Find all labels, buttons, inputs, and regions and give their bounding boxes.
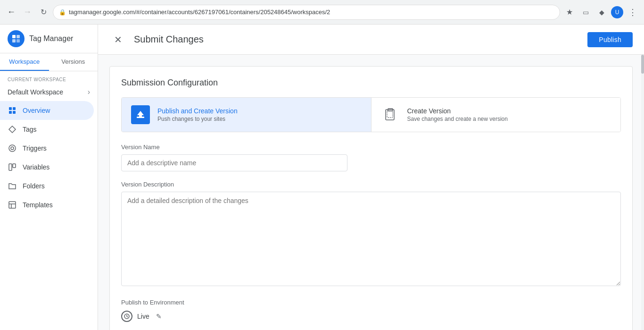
version-name-input[interactable] [121, 154, 347, 171]
browser-chrome: ← → ↻ 🔒 tagmanager.google.com/#/containe… [0, 0, 644, 25]
workspace-name: Default Workspace [8, 88, 63, 96]
modal-body: Submission Configuration [98, 55, 644, 330]
svg-point-9 [9, 145, 16, 152]
svg-point-10 [11, 147, 14, 150]
sidebar-item-tags[interactable]: Tags [0, 120, 94, 139]
modal-header: ✕ Submit Changes Publish [98, 25, 644, 55]
option-publish-icon [131, 105, 150, 124]
svg-rect-12 [13, 164, 16, 168]
modal-panel: ✕ Submit Changes Publish Submission Conf… [98, 25, 644, 330]
sidebar-item-triggers[interactable]: Triggers [0, 139, 94, 158]
env-live-icon [121, 311, 132, 322]
address-bar[interactable]: 🔒 tagmanager.google.com/#/container/acco… [53, 5, 560, 20]
close-icon: ✕ [114, 34, 122, 45]
url-text: tagmanager.google.com/#/container/accoun… [69, 8, 330, 16]
folders-icon [8, 181, 17, 191]
svg-rect-7 [13, 111, 16, 114]
bookmark-star-button[interactable]: ★ [563, 6, 576, 19]
scroll-thumb [641, 55, 644, 74]
version-desc-input[interactable] [121, 192, 621, 286]
variables-label: Variables [23, 163, 50, 171]
sidebar-item-folders[interactable]: Folders [0, 177, 94, 195]
lock-icon: 🔒 [59, 9, 66, 16]
workspace-section: CURRENT WORKSPACE Default Workspace › [0, 71, 98, 101]
templates-icon [8, 200, 17, 210]
svg-rect-2 [12, 39, 16, 42]
version-name-label: Version Name [121, 144, 621, 151]
forward-button[interactable]: → [21, 6, 34, 19]
sidebar-nav: Overview Tags Triggers Var [0, 101, 98, 330]
svg-rect-11 [9, 164, 12, 170]
version-desc-label: Version Description [121, 181, 621, 188]
option-publish-text: Publish and Create Version Push changes … [157, 107, 238, 122]
tags-icon [8, 125, 17, 134]
option-create-title: Create Version [407, 107, 508, 115]
tags-label: Tags [23, 126, 37, 133]
main-content: ✕ Submit Changes Publish Submission Conf… [98, 25, 644, 330]
svg-rect-1 [17, 35, 20, 38]
gtm-logo [8, 30, 25, 47]
svg-rect-5 [13, 107, 16, 110]
sidebar-app-name: Tag Manager [29, 34, 73, 43]
scroll-indicator[interactable] [641, 55, 644, 330]
sidebar-header: Tag Manager [0, 25, 98, 53]
option-cards-container: Publish and Create Version Push changes … [121, 97, 621, 132]
option-create-desc: Save changes and create a new version [407, 116, 508, 122]
modal-title: Submit Changes [134, 34, 580, 45]
overview-label: Overview [23, 107, 50, 114]
variables-icon [8, 162, 17, 172]
version-desc-field: Version Description [121, 181, 621, 288]
extension-button[interactable]: ◆ [595, 6, 608, 19]
gtm-logo-icon [11, 34, 21, 44]
overview-icon [8, 106, 17, 115]
config-card: Submission Configuration [109, 66, 633, 330]
triggers-icon [8, 144, 17, 153]
option-publish-desc: Push changes to your sites [157, 116, 238, 122]
option-publish-create[interactable]: Publish and Create Version Push changes … [122, 98, 372, 132]
svg-rect-6 [9, 111, 12, 114]
svg-rect-19 [387, 111, 393, 118]
svg-rect-16 [137, 117, 144, 118]
publish-env-label: Publish to Environment [121, 299, 621, 306]
modal-close-button[interactable]: ✕ [109, 31, 126, 48]
sidebar: Tag Manager Workspace Versions CURRENT W… [0, 25, 98, 330]
publish-button[interactable]: Publish [587, 32, 633, 47]
svg-rect-4 [9, 107, 12, 110]
workspace-section-label: CURRENT WORKSPACE [8, 77, 90, 82]
option-publish-title: Publish and Create Version [157, 107, 238, 115]
env-item: Live ✎ [121, 311, 621, 322]
sidebar-tabs: Workspace Versions [0, 53, 98, 71]
tab-workspace[interactable]: Workspace [0, 53, 49, 71]
workspace-item[interactable]: Default Workspace › [8, 85, 90, 99]
tab-versions[interactable]: Versions [49, 53, 98, 71]
templates-label: Templates [23, 201, 53, 209]
sidebar-item-overview[interactable]: Overview [0, 101, 94, 120]
env-name: Live [137, 313, 149, 320]
svg-rect-3 [17, 39, 20, 42]
option-create-icon [381, 105, 400, 124]
triggers-label: Triggers [23, 144, 47, 152]
option-create-text: Create Version Save changes and create a… [407, 107, 508, 122]
version-icon [383, 108, 397, 122]
option-create-version[interactable]: Create Version Save changes and create a… [372, 98, 621, 132]
app-container: Tag Manager Workspace Versions CURRENT W… [0, 25, 644, 330]
workspace-arrow-icon: › [88, 88, 90, 96]
env-edit-button[interactable]: ✎ [154, 311, 164, 322]
config-title: Submission Configuration [121, 78, 621, 88]
back-button[interactable]: ← [5, 6, 18, 19]
publish-env-section: Publish to Environment Live ✎ [121, 299, 621, 322]
svg-rect-13 [9, 202, 16, 208]
edit-icon: ✎ [156, 313, 162, 320]
user-avatar[interactable]: U [611, 6, 623, 18]
version-name-field: Version Name [121, 144, 621, 171]
cast-button[interactable]: ▭ [579, 6, 592, 19]
menu-button[interactable]: ⋮ [626, 6, 639, 19]
folders-label: Folders [23, 182, 45, 190]
sidebar-item-templates[interactable]: Templates [0, 195, 94, 214]
svg-marker-17 [137, 111, 144, 117]
upload-icon [135, 110, 146, 120]
sidebar-item-variables[interactable]: Variables [0, 158, 94, 177]
svg-marker-8 [9, 126, 16, 133]
svg-rect-0 [12, 35, 16, 38]
refresh-button[interactable]: ↻ [37, 6, 50, 19]
